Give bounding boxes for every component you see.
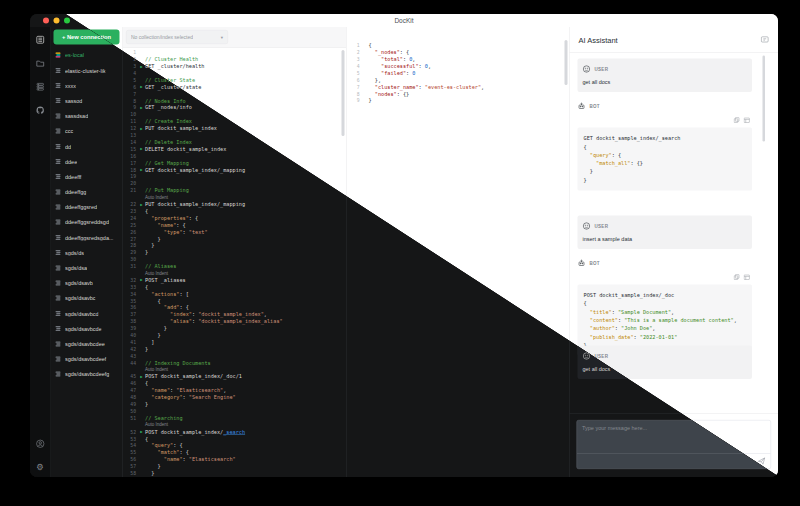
run-query-icon[interactable] xyxy=(138,256,145,263)
run-query-icon[interactable] xyxy=(138,366,145,373)
run-query-icon[interactable] xyxy=(138,290,145,297)
connection-item[interactable]: elastic-cluster-lik xyxy=(51,63,123,78)
run-query-icon[interactable] xyxy=(138,318,145,325)
account-icon[interactable] xyxy=(35,439,45,451)
chat-scrollbar[interactable] xyxy=(763,56,766,142)
cluster-icon[interactable] xyxy=(35,82,45,94)
run-query-icon[interactable] xyxy=(138,90,145,97)
run-query-icon[interactable] xyxy=(138,297,145,304)
run-query-icon[interactable]: ▶ xyxy=(138,373,145,380)
run-query-icon[interactable] xyxy=(138,208,145,215)
connection-item[interactable]: sgds/dsavbcde xyxy=(51,321,123,336)
run-query-icon[interactable] xyxy=(138,228,145,235)
connection-item[interactable]: ddeeffggsredsgda... xyxy=(51,230,123,245)
run-query-icon[interactable]: ▶ xyxy=(138,428,145,435)
run-query-icon[interactable] xyxy=(138,325,145,332)
run-query-icon[interactable] xyxy=(138,97,145,104)
run-query-icon[interactable] xyxy=(138,449,145,456)
connection-item[interactable]: sgds/dsa xyxy=(51,260,123,275)
run-query-icon[interactable] xyxy=(138,180,145,187)
run-query-icon[interactable]: ▶ xyxy=(138,146,145,153)
run-query-icon[interactable] xyxy=(138,415,145,422)
connection-item[interactable]: ccc xyxy=(51,123,123,138)
copy-icon[interactable] xyxy=(734,274,741,281)
insert-to-editor-icon[interactable] xyxy=(744,274,751,281)
connection-item[interactable]: sgds/dsavbcdeefg xyxy=(51,367,123,382)
connection-item[interactable]: sgds/dsavbcdeef xyxy=(51,351,123,366)
insert-to-editor-icon[interactable] xyxy=(744,117,751,124)
connections-icon[interactable] xyxy=(35,35,45,47)
connection-item[interactable]: sgds/dsavb xyxy=(51,275,123,290)
run-query-icon[interactable] xyxy=(138,118,145,125)
run-query-icon[interactable]: ▶ xyxy=(138,166,145,173)
run-query-icon[interactable] xyxy=(138,442,145,449)
github-icon[interactable] xyxy=(35,106,45,118)
run-query-icon[interactable] xyxy=(138,235,145,242)
connection-item[interactable]: es-local xyxy=(51,48,123,63)
run-query-icon[interactable]: ▶ xyxy=(138,201,145,208)
run-query-icon[interactable]: ▶ xyxy=(138,277,145,284)
run-query-icon[interactable] xyxy=(138,346,145,353)
run-query-icon[interactable] xyxy=(138,304,145,311)
connection-item[interactable]: sgds/dsavbcdee xyxy=(51,336,123,351)
chat-feedback-icon[interactable] xyxy=(761,35,770,44)
connection-item[interactable]: ddee xyxy=(51,154,123,169)
run-query-icon[interactable] xyxy=(138,139,145,146)
connection-item[interactable]: ddeeffggsreddsgd xyxy=(51,215,123,230)
run-query-icon[interactable] xyxy=(138,77,145,84)
run-query-icon[interactable] xyxy=(138,311,145,318)
run-query-icon[interactable] xyxy=(138,70,145,77)
run-query-icon[interactable] xyxy=(138,408,145,415)
run-query-icon[interactable] xyxy=(138,215,145,222)
run-query-icon[interactable] xyxy=(138,422,145,429)
connection-item[interactable]: sgds/ds xyxy=(51,245,123,260)
connection-item[interactable]: ddeeffgg xyxy=(51,184,123,199)
run-query-icon[interactable] xyxy=(138,242,145,249)
run-query-icon[interactable] xyxy=(138,387,145,394)
settings-gear-icon[interactable]: ⚙ xyxy=(36,463,44,472)
run-query-icon[interactable] xyxy=(138,284,145,291)
connection-item[interactable]: sassod xyxy=(51,93,123,108)
run-query-icon[interactable] xyxy=(138,111,145,118)
run-query-icon[interactable] xyxy=(138,132,145,139)
connection-item[interactable]: sgds/dsavbcd xyxy=(51,306,123,321)
collection-select[interactable]: No collection/index selected ▾ xyxy=(126,30,228,44)
run-query-icon[interactable] xyxy=(138,380,145,387)
run-query-icon[interactable] xyxy=(138,221,145,228)
connection-item[interactable]: xxxx xyxy=(51,78,123,93)
connection-item[interactable]: ddeeffggsred xyxy=(51,199,123,214)
editor-scrollbar[interactable] xyxy=(342,50,345,136)
connection-item[interactable]: sassdsad xyxy=(51,108,123,123)
run-query-icon[interactable] xyxy=(138,353,145,360)
run-query-icon[interactable]: ▶ xyxy=(138,83,145,90)
run-query-icon[interactable] xyxy=(138,49,145,56)
search-endpoint-link[interactable]: _search xyxy=(223,428,245,435)
run-query-icon[interactable] xyxy=(138,173,145,180)
connection-label: elastic-cluster-lik xyxy=(65,67,106,73)
run-query-icon[interactable] xyxy=(138,359,145,366)
connection-item[interactable]: dd xyxy=(51,139,123,154)
run-query-icon[interactable] xyxy=(138,401,145,408)
results-scrollbar[interactable] xyxy=(565,40,568,85)
connection-item[interactable]: sgds/dsavbc xyxy=(51,291,123,306)
run-query-icon[interactable] xyxy=(138,159,145,166)
connection-item[interactable]: ddeefff xyxy=(51,169,123,184)
run-query-icon[interactable] xyxy=(138,187,145,194)
run-query-icon[interactable] xyxy=(138,270,145,277)
run-query-icon[interactable] xyxy=(138,249,145,256)
run-query-icon[interactable] xyxy=(138,194,145,201)
run-query-icon[interactable] xyxy=(138,394,145,401)
run-query-icon[interactable] xyxy=(138,263,145,270)
user-message-text: get all docs xyxy=(583,79,748,85)
copy-icon[interactable] xyxy=(734,117,741,124)
run-query-icon[interactable] xyxy=(138,152,145,159)
run-query-icon[interactable]: ▶ xyxy=(138,104,145,111)
run-query-icon[interactable] xyxy=(138,463,145,470)
run-query-icon[interactable] xyxy=(138,435,145,442)
run-query-icon[interactable] xyxy=(138,332,145,339)
run-query-icon[interactable] xyxy=(138,470,145,477)
files-icon[interactable] xyxy=(35,59,45,71)
run-query-icon[interactable]: ▶ xyxy=(138,125,145,132)
run-query-icon[interactable] xyxy=(138,339,145,346)
run-query-icon[interactable] xyxy=(138,456,145,463)
